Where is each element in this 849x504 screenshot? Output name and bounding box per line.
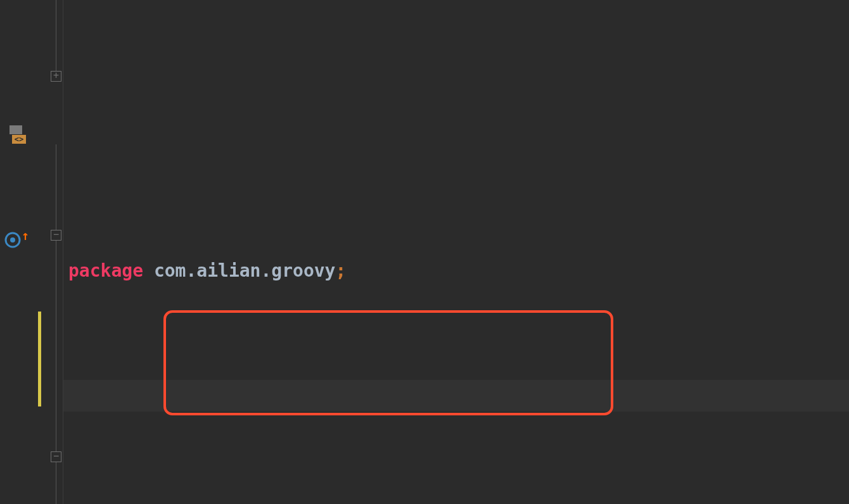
code-area[interactable]: package com.ailian.groovy; import ... pu…: [63, 0, 849, 504]
gutter: + − − <> ↑: [0, 0, 63, 504]
semicolon: ;: [335, 260, 346, 281]
override-icon[interactable]: [4, 227, 21, 243]
fold-collapse-icon[interactable]: −: [51, 230, 61, 241]
fold-collapse-icon[interactable]: −: [51, 451, 61, 462]
svg-rect-0: [10, 125, 22, 134]
keyword-package: package: [68, 260, 143, 281]
code-editor[interactable]: + − − <> ↑ package com.ailian.groovy; im…: [0, 0, 849, 504]
package-name: com.ailian.groovy: [154, 260, 336, 281]
fold-line: [56, 0, 56, 71]
change-marker: [38, 312, 41, 406]
code-line: [63, 382, 849, 414]
open-file-icon[interactable]: <>: [7, 124, 29, 146]
svg-point-4: [10, 237, 15, 243]
code-line: package com.ailian.groovy;: [63, 255, 849, 287]
svg-text:<>: <>: [15, 135, 23, 144]
navigate-up-icon[interactable]: ↑: [22, 224, 29, 247]
fold-expand-icon[interactable]: +: [51, 71, 61, 82]
